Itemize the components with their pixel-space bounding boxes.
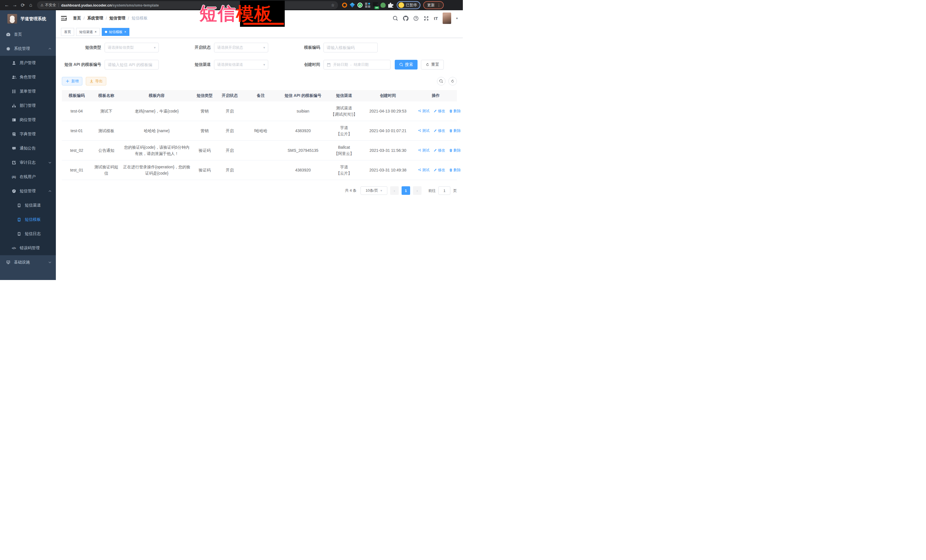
sidebar-item-error-codes[interactable]: </> 错误码管理 [0,241,56,255]
delete-link[interactable]: 删除 [449,167,461,173]
update-label: 更新 [427,3,435,8]
browser-profile-chip[interactable]: 已暂停 [397,1,421,9]
annotation-title: 短信模板 [200,2,272,26]
template-code-input[interactable] [327,45,375,50]
sidebar-item-roles[interactable]: 角色管理 [0,70,56,84]
close-icon[interactable]: × [95,30,97,34]
col-status: 开启状态 [217,90,242,101]
edit-link[interactable]: 修改 [434,108,445,114]
pencil-icon [434,149,437,152]
sidebar-item-sms-channel[interactable]: 短信渠道 [0,198,56,213]
sidebar-item-dict[interactable]: 字典管理 [0,127,56,141]
reset-button[interactable]: 重置 [421,60,444,69]
sidebar-item-infrastructure[interactable]: 基础设施 [0,255,56,269]
sidebar-item-system[interactable]: 系统管理 [0,42,56,56]
extension-person-icon[interactable] [380,3,386,8]
tab-home[interactable]: 首页 [61,28,74,36]
next-page-button[interactable]: › [413,186,422,195]
refresh-table-button[interactable] [448,77,457,86]
search-button[interactable]: 搜索 [395,60,418,69]
phone-icon [17,232,21,236]
font-size-icon[interactable]: tT [434,16,438,21]
avatar-caret-icon[interactable]: ▾ [456,17,458,20]
sidebar-item-notices[interactable]: 通知公告 [0,141,56,155]
user-icon [11,61,16,65]
online-users-icon: (A) [11,175,16,180]
extensions-row: y on [342,3,393,8]
test-link[interactable]: 测试 [418,147,430,154]
export-button[interactable]: 导出 [86,77,106,86]
sidebar-item-home[interactable]: 首页 [0,27,56,42]
sidebar-item-sms-template[interactable]: 短信模板 [0,213,56,227]
help-icon[interactable] [413,16,419,21]
current-page-button[interactable]: 1 [402,186,410,195]
edit-link[interactable]: 修改 [434,147,445,154]
table-row: test_01 测试验证码短信 正在进行登录操作{operation}，您的验证… [62,160,457,180]
home-icon[interactable]: ⌂ [27,1,35,9]
breadcrumb-sms[interactable]: 短信管理 [109,16,126,21]
sidebar-item-sms[interactable]: 短信管理 [0,184,56,198]
sidebar-item-users[interactable]: 用户管理 [0,56,56,70]
back-icon[interactable]: ← [3,1,11,9]
delete-link[interactable]: 删除 [449,128,461,134]
extension-list-icon[interactable]: on [373,3,378,8]
security-warning-icon: ⚠ [41,3,44,7]
create-time-label: 创建时间 [281,62,324,67]
add-button[interactable]: 新增 [62,77,82,86]
sidebar-menu: 首页 系统管理 用户管理 角色管理 菜单管理 部门管理 [0,27,56,269]
breadcrumb-system[interactable]: 系统管理 [87,16,103,21]
forward-icon[interactable]: → [11,1,19,9]
reload-icon[interactable]: ⟳ [19,1,27,9]
col-api-template-id: 短信 API 的模板编号 [279,90,327,101]
github-icon[interactable] [403,16,409,21]
breadcrumb-home[interactable]: 首页 [73,16,81,21]
app-logo-row[interactable]: 芋道管理系统 [0,10,56,27]
date-range-picker[interactable]: 开始日期 - 结束日期 [324,60,390,69]
delete-link[interactable]: 删除 [449,147,461,154]
api-template-id-input[interactable] [108,62,156,67]
pagination-total: 共 4 条 [345,188,356,193]
test-link[interactable]: 测试 [418,108,430,114]
edit-link[interactable]: 修改 [434,128,445,134]
sidebar-item-audit-log[interactable]: 审计日志 [0,155,56,170]
test-link[interactable]: 测试 [418,167,430,173]
sidebar-item-online-users[interactable]: (A) 在线用户 [0,170,56,184]
page-size-select[interactable]: 10条/页 ▾ [360,186,387,195]
col-channel: 短信渠道 [327,90,361,101]
tab-sms-template[interactable]: 短信模板 × [102,28,129,36]
tab-sms-channel[interactable]: 短信渠道 × [76,28,100,36]
goto-label: 前往 [428,189,436,193]
status-select[interactable]: 请选择开启状态 ▾ [214,43,268,53]
sidebar-item-sms-log[interactable]: 短信日志 [0,227,56,241]
bookmark-star-icon[interactable]: ☆ [331,3,334,8]
sidebar-item-menus[interactable]: 菜单管理 [0,84,56,98]
search-icon [399,63,403,66]
prev-page-button[interactable]: ‹ [390,186,399,195]
extension-grid-icon[interactable] [365,3,370,8]
edit-link[interactable]: 修改 [434,167,445,173]
sidebar-item-posts[interactable]: 岗位管理 [0,113,56,127]
search-icon[interactable] [393,16,398,21]
url-bar[interactable]: ⚠ 不安全 dashboard.yudao.iocoder.cn /system… [37,1,338,9]
browser-update-button[interactable]: 更新 ⋮ [423,1,444,9]
goto-page-input[interactable] [438,186,450,195]
user-avatar[interactable] [443,12,451,24]
sms-type-select[interactable]: 请选择短信类型 ▾ [104,43,159,53]
browser-menu-icon[interactable]: ⋮ [437,3,441,8]
sidebar-fold-icon[interactable] [61,16,67,21]
trash-icon [449,109,452,113]
extension-y-icon[interactable]: y [357,3,363,8]
extensions-puzzle-icon[interactable] [388,3,393,8]
channel-select[interactable]: 请选择短信渠道 ▾ [214,60,268,69]
close-icon[interactable]: × [124,30,126,34]
date-start-placeholder: 开始日期 [333,62,348,67]
toggle-search-button[interactable] [437,77,445,86]
delete-link[interactable]: 删除 [449,108,461,114]
fullscreen-icon[interactable] [424,16,429,21]
test-link[interactable]: 测试 [418,128,430,134]
sidebar-item-departments[interactable]: 部门管理 [0,98,56,113]
security-label[interactable]: 不安全 [45,3,56,8]
extension-kite-icon[interactable] [350,3,355,8]
page-content: 短信类型 请选择短信类型 ▾ 开启状态 请选择开启状态 ▾ 模板编码 [56,38,463,195]
extension-donut-icon[interactable] [342,3,347,8]
